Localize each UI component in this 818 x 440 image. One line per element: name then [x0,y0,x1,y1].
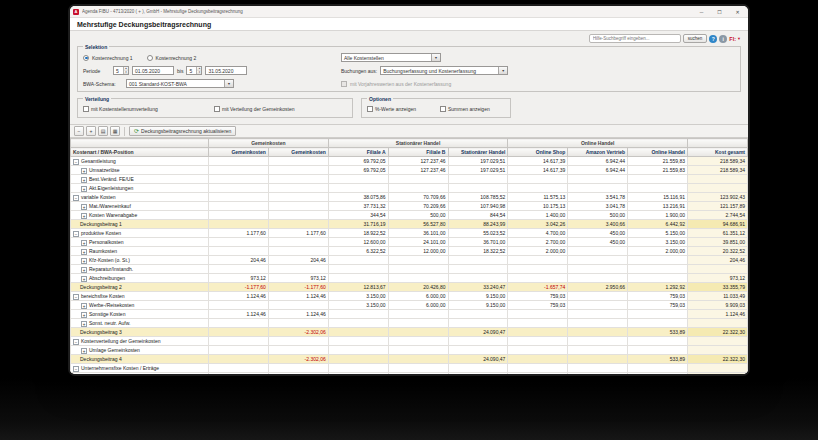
value-cell [628,184,688,193]
expand-toggle-icon[interactable]: + [81,240,87,246]
table-row[interactable]: +Umsatzerlöse69.792,05127.237,46197.029,… [71,166,748,175]
collapse-toggle-icon[interactable]: − [73,294,79,300]
help-search-input[interactable] [589,34,681,43]
value-cell: 2.950,66 [568,283,628,292]
table-row[interactable]: +Sonstige Kosten1.124,461.124,461.124,46 [71,310,748,319]
export-button[interactable]: ▤ [98,126,108,136]
row-label: Umsatzerlöse [89,167,120,173]
expand-toggle-icon[interactable]: + [81,258,87,264]
table-row[interactable]: +So. betr. Erlöse [71,373,748,377]
row-label-cell: −Kostenverteilung der Gemeinkosten [71,337,209,346]
expand-toggle-icon[interactable]: + [81,177,87,183]
table-row[interactable]: +Umlage Gemeinkosten [71,346,748,355]
value-cell: 3.541,78 [568,193,628,202]
expand-toggle-icon[interactable]: + [81,312,87,318]
table-row[interactable]: +Best.Veränd. FE/UE [71,175,748,184]
value-cell [628,310,688,319]
expand-toggle-icon[interactable]: + [81,186,87,192]
fi-menu-label: FI: [729,36,736,42]
print-button[interactable]: ▦ [110,126,120,136]
buchungen-select[interactable]: Buchungserfassung und Kostenerfassung ▼ [380,66,508,75]
gemeinkosten-pair: mit Verteilung der Gemeinkosten [214,106,295,112]
table-row[interactable]: +Sonst. neutr. Aufw. [71,319,748,328]
vorjahreswerte-checkbox[interactable] [341,81,347,87]
periode-from-date-field[interactable]: 01.05.2020 [132,66,174,75]
fi-menu[interactable]: FI: ▼ [729,36,741,42]
table-row[interactable]: −bereichsfixe Kosten1.124,461.124,463.15… [71,292,748,301]
expand-toggle-icon[interactable]: + [81,375,87,376]
minimize-button[interactable]: ─ [694,7,709,17]
bwa-schema-select[interactable]: 001 Standard-KOST-BWA ▼ [126,79,234,88]
table-row[interactable]: −variable Kosten38.075,8670.709,66108.78… [71,193,748,202]
verteilung-gemeinkosten-checkbox[interactable] [214,106,220,112]
table-row[interactable]: −produktive Kosten1.177,601.177,6018.922… [71,229,748,238]
collapse-toggle-icon[interactable]: − [73,366,79,372]
column-header: Online Handel [628,148,688,157]
table-row[interactable]: −Kostenverteilung der Gemeinkosten [71,337,748,346]
value-cell [448,184,508,193]
table-row[interactable]: +Abschreibungen973,12973,12973,12 [71,274,748,283]
value-cell [209,193,269,202]
table-row[interactable]: Deckungsbeitrag 3-2.302,0624.090,47533,8… [71,328,748,337]
value-cell [628,265,688,274]
kostenrechnung2-radio[interactable] [147,55,153,61]
expand-toggle-icon[interactable]: + [81,267,87,273]
collapse-toggle-icon[interactable]: − [73,195,79,201]
kostenstellen-select[interactable]: Alle Kostenstellen ▼ [341,53,441,62]
maximize-button[interactable]: ☐ [712,7,727,17]
column-group-header: Stationärer Handel [328,139,508,148]
table-row[interactable]: +Mat./Wareneinkauf37.731,3270.209,66107.… [71,202,748,211]
prozent-werte-checkbox[interactable] [367,106,373,112]
table-row[interactable]: +Personalkosten12.600,0024.101,0036.701,… [71,238,748,247]
value-cell [328,256,388,265]
table-row[interactable]: +Kosten Warenabgabe344,54500,00844,541.4… [71,211,748,220]
help-icon[interactable]: ? [709,35,717,43]
table-row[interactable]: +Werbe-/Reisekosten3.150,006.000,009.150… [71,301,748,310]
refresh-report-button[interactable]: ⟳ Deckungsbeitragsrechnung aktualisieren [129,126,236,136]
value-cell [688,319,748,328]
collapse-toggle-icon[interactable]: − [73,159,79,165]
expand-all-button[interactable]: + [86,126,96,136]
collapse-all-button[interactable]: − [74,126,84,136]
periode-to-month-stepper[interactable]: 5 ▲▼ [186,66,202,75]
expand-toggle-icon[interactable]: + [81,303,87,309]
expand-toggle-icon[interactable]: + [81,249,87,255]
table-row[interactable]: +Raumkosten6.322,5212.000,0018.322,522.0… [71,247,748,256]
row-label: Reparatur/Instandh. [89,266,133,272]
value-cell [628,337,688,346]
value-cell: 973,12 [688,274,748,283]
table-row[interactable]: −Unternehmensfixe Kosten / Erträge [71,364,748,373]
kostenstellen-value: Alle Kostenstellen [344,55,384,61]
table-row[interactable]: −Gesamtleistung69.792,05127.237,46197.02… [71,157,748,166]
periode-from-month-stepper[interactable]: 5 ▲▼ [113,66,129,75]
summen-anzeigen-checkbox[interactable] [440,106,446,112]
table-row[interactable]: +Akt.Eigenleistungen [71,184,748,193]
info-icon[interactable]: i [719,35,727,43]
expand-toggle-icon[interactable]: + [81,321,87,327]
expand-toggle-icon[interactable]: + [81,204,87,210]
value-cell: 121.157,89 [688,202,748,211]
value-cell [508,184,568,193]
search-button[interactable]: suchen [683,34,708,43]
expand-toggle-icon[interactable]: + [81,348,87,354]
value-cell: 6.442,92 [628,220,688,229]
spinner-arrows-icon[interactable]: ▲▼ [123,67,128,74]
table-row[interactable]: +Reparatur/Instandh. [71,265,748,274]
chevron-down-icon: ▼ [737,36,741,41]
table-row[interactable]: Deckungsbeitrag 4-2.302,0624.090,47533,8… [71,355,748,364]
expand-toggle-icon[interactable]: + [81,276,87,282]
table-row[interactable]: Deckungsbeitrag 131.716,1956.527,8088.24… [71,220,748,229]
value-cell [388,319,448,328]
spinner-arrows-icon[interactable]: ▲▼ [196,67,201,74]
table-row[interactable]: Deckungsbeitrag 2-1.177,60-1.177,6012.81… [71,283,748,292]
kostenrechnung1-radio[interactable] [83,55,89,61]
kostenstellenumverteilung-checkbox[interactable] [83,106,89,112]
close-button[interactable]: ✕ [730,7,745,17]
value-cell [268,265,328,274]
collapse-toggle-icon[interactable]: − [73,339,79,345]
expand-toggle-icon[interactable]: + [81,213,87,219]
table-row[interactable]: +Kfz-Kosten (o. St.)204,46204,46204,46 [71,256,748,265]
collapse-toggle-icon[interactable]: − [73,231,79,237]
expand-toggle-icon[interactable]: + [81,168,87,174]
periode-to-date-field[interactable]: 31.05.2020 [205,66,247,75]
